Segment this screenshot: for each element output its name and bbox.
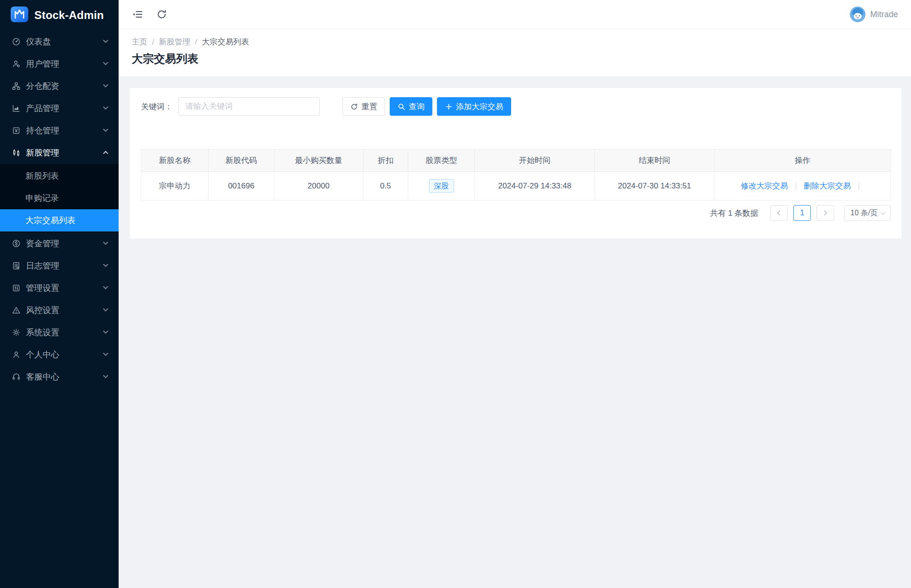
admin-sliders-icon	[11, 283, 21, 293]
cell-discount: 0.5	[363, 172, 408, 200]
sidebar: Stock-Admin 仪表盘 用户管理 分仓配资	[0, 0, 119, 588]
keyword-label: 关键词：	[141, 101, 172, 112]
search-toolbar: 关键词： 重置 查询 添加大宗交易	[141, 97, 891, 116]
col-header-min-qty: 最小购买数量	[274, 150, 363, 172]
add-block-trade-button[interactable]: 添加大宗交易	[437, 97, 511, 116]
gear-icon	[11, 327, 21, 338]
cell-start-time: 2024-07-29 14:33:48	[475, 172, 595, 200]
stock-logo-icon	[11, 6, 28, 25]
chevron-down-icon	[103, 373, 108, 378]
pagination-total: 共有 1 条数据	[710, 208, 758, 219]
topbar: Mitrade	[119, 0, 911, 29]
sidebar-item-allocation[interactable]: 分仓配资	[0, 75, 119, 97]
chevron-left-icon	[777, 210, 782, 215]
breadcrumb-separator: /	[152, 38, 154, 47]
reset-refresh-icon	[350, 103, 358, 111]
action-separator: |	[795, 181, 797, 190]
chevron-down-icon	[103, 240, 108, 245]
col-header-start-time: 开始时间	[475, 150, 595, 172]
cell-end-time: 2024-07-30 14:33:51	[595, 172, 715, 200]
dashboard-icon	[11, 37, 21, 47]
position-box-icon	[11, 125, 21, 136]
chevron-down-icon	[103, 127, 108, 132]
content-card: 关键词： 重置 查询 添加大宗交易	[130, 88, 902, 238]
chevron-up-icon	[103, 151, 108, 156]
product-chart-icon	[11, 103, 21, 113]
breadcrumb: 主页 / 新股管理 / 大宗交易列表	[132, 37, 898, 47]
chevron-down-icon	[103, 105, 108, 110]
col-header-code: 新股代码	[209, 150, 274, 172]
table-header-row: 新股名称 新股代码 最小购买数量 折扣 股票类型 开始时间 结束时间 操作	[141, 150, 891, 172]
page-number-button[interactable]: 1	[793, 205, 811, 221]
next-page-button[interactable]	[816, 205, 834, 221]
candlestick-icon	[11, 148, 21, 158]
user-management-icon	[11, 59, 21, 69]
cell-name: 宗申动力	[141, 172, 209, 200]
prev-page-button[interactable]	[770, 205, 788, 221]
sidebar-item-dashboard[interactable]: 仪表盘	[0, 31, 119, 53]
main-area: Mitrade 主页 / 新股管理 / 大宗交易列表 大宗交易列表 关键词：	[119, 0, 911, 588]
cell-code: 001696	[209, 172, 274, 200]
user-name: Mitrade	[870, 10, 898, 19]
breadcrumb-current: 大宗交易列表	[202, 37, 249, 47]
chevron-down-icon	[103, 60, 108, 65]
user-menu[interactable]: Mitrade	[850, 6, 898, 22]
headset-icon	[11, 372, 21, 382]
sidebar-item-logs[interactable]: 日志管理	[0, 255, 119, 277]
sidebar-item-new-stock[interactable]: 新股管理	[0, 142, 119, 164]
cell-min-qty: 20000	[274, 172, 363, 200]
breadcrumb-home[interactable]: 主页	[132, 37, 147, 47]
menu-fold-icon[interactable]	[132, 8, 144, 20]
sidebar-item-subscription-records[interactable]: 申购记录	[0, 187, 119, 209]
search-icon	[398, 103, 405, 111]
edit-block-trade-link[interactable]: 修改大宗交易	[740, 181, 788, 190]
sidebar-item-system-settings[interactable]: 系统设置	[0, 321, 119, 344]
sidebar-menu: 仪表盘 用户管理 分仓配资 产品管理	[0, 31, 119, 388]
col-header-discount: 折扣	[363, 150, 408, 172]
chevron-down-icon	[103, 351, 108, 356]
money-circle-icon	[11, 238, 21, 249]
query-button[interactable]: 查询	[390, 97, 432, 116]
sidebar-item-admin-settings[interactable]: 管理设置	[0, 277, 119, 299]
app-logo[interactable]: Stock-Admin	[0, 0, 119, 31]
breadcrumb-separator: /	[195, 38, 197, 47]
chevron-down-icon	[103, 329, 108, 334]
keyword-input[interactable]	[178, 97, 320, 116]
col-header-name: 新股名称	[141, 150, 209, 172]
chevron-right-icon	[822, 210, 827, 215]
app-title: Stock-Admin	[34, 9, 104, 22]
avatar-cartoon-icon	[850, 6, 866, 22]
sidebar-item-risk-settings[interactable]: 风控设置	[0, 299, 119, 321]
sidebar-item-products[interactable]: 产品管理	[0, 97, 119, 119]
cell-stock-type: 深股	[408, 172, 475, 200]
col-header-end-time: 结束时间	[595, 150, 715, 172]
refresh-icon[interactable]	[156, 8, 168, 20]
org-chart-icon	[11, 81, 21, 91]
chevron-down-icon	[103, 82, 108, 88]
sidebar-item-profile[interactable]: 个人中心	[0, 344, 119, 366]
sidebar-item-funds[interactable]: 资金管理	[0, 232, 119, 255]
pagination: 共有 1 条数据 1 10 条/页	[141, 205, 891, 221]
app-root: Stock-Admin 仪表盘 用户管理 分仓配资	[0, 0, 911, 588]
stock-type-badge: 深股	[429, 179, 454, 193]
sidebar-item-support[interactable]: 客服中心	[0, 366, 119, 388]
sidebar-item-positions[interactable]: 持仓管理	[0, 119, 119, 142]
delete-block-trade-link[interactable]: 删除大宗交易	[803, 181, 851, 190]
block-trade-table: 新股名称 新股代码 最小购买数量 折扣 股票类型 开始时间 结束时间 操作 宗申	[141, 149, 891, 200]
sidebar-item-block-trade-list[interactable]: 大宗交易列表	[0, 209, 119, 231]
log-document-icon	[11, 261, 21, 271]
plus-icon	[445, 103, 453, 111]
cell-actions: 修改大宗交易 | 删除大宗交易 |	[715, 172, 891, 200]
table-row: 宗申动力 001696 20000 0.5 深股 2024-07-29 14:3…	[141, 172, 891, 200]
chevron-down-icon	[103, 38, 108, 43]
sidebar-item-new-stock-list[interactable]: 新股列表	[0, 165, 119, 187]
sidebar-item-users[interactable]: 用户管理	[0, 53, 119, 75]
breadcrumb-new-stock[interactable]: 新股管理	[159, 37, 190, 47]
page-size-select[interactable]: 10 条/页	[844, 205, 891, 221]
chevron-down-icon	[103, 284, 108, 289]
chevron-down-icon	[103, 262, 108, 267]
chevron-down-icon	[103, 307, 108, 312]
action-separator: |	[858, 181, 860, 190]
chevron-down-icon	[881, 210, 886, 215]
reset-button[interactable]: 重置	[342, 97, 385, 116]
